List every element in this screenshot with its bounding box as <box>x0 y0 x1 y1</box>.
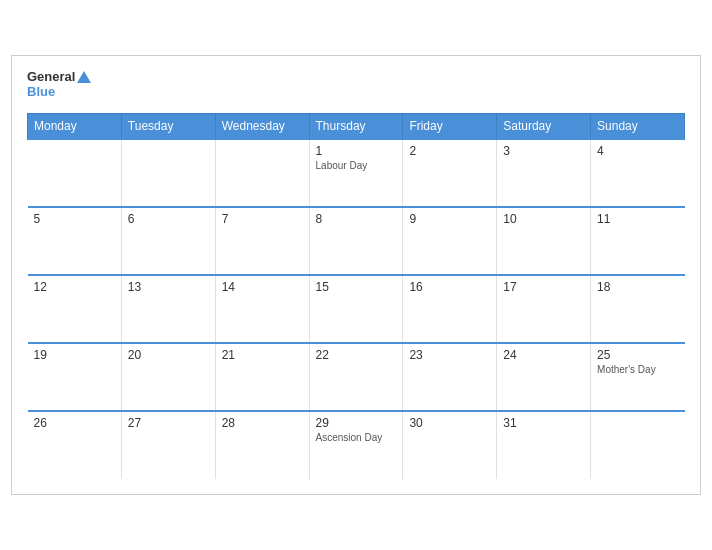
day-cell: 31 <box>497 411 591 479</box>
day-number: 10 <box>503 212 584 226</box>
day-number: 20 <box>128 348 209 362</box>
day-cell: 27 <box>121 411 215 479</box>
day-number: 13 <box>128 280 209 294</box>
day-cell: 18 <box>591 275 685 343</box>
day-cell: 13 <box>121 275 215 343</box>
day-cell: 24 <box>497 343 591 411</box>
week-row-1: 1Labour Day234 <box>28 139 685 207</box>
day-number: 6 <box>128 212 209 226</box>
day-event: Mother's Day <box>597 364 678 375</box>
day-number: 16 <box>409 280 490 294</box>
week-row-3: 12131415161718 <box>28 275 685 343</box>
weekday-thursday: Thursday <box>309 113 403 139</box>
day-number: 18 <box>597 280 678 294</box>
calendar-header: General Blue <box>27 66 685 103</box>
day-cell: 11 <box>591 207 685 275</box>
day-cell: 6 <box>121 207 215 275</box>
week-row-5: 26272829Ascension Day3031 <box>28 411 685 479</box>
day-number: 29 <box>316 416 397 430</box>
weekday-friday: Friday <box>403 113 497 139</box>
day-number: 15 <box>316 280 397 294</box>
day-number: 9 <box>409 212 490 226</box>
day-cell: 22 <box>309 343 403 411</box>
day-number: 4 <box>597 144 678 158</box>
day-cell: 7 <box>215 207 309 275</box>
day-number: 28 <box>222 416 303 430</box>
day-cell: 15 <box>309 275 403 343</box>
day-number: 23 <box>409 348 490 362</box>
day-cell: 9 <box>403 207 497 275</box>
weekday-monday: Monday <box>28 113 122 139</box>
day-cell: 21 <box>215 343 309 411</box>
day-event: Ascension Day <box>316 432 397 443</box>
day-cell <box>121 139 215 207</box>
day-cell: 23 <box>403 343 497 411</box>
day-number: 1 <box>316 144 397 158</box>
logo-triangle-icon <box>77 71 91 83</box>
day-number: 26 <box>34 416 115 430</box>
day-cell <box>591 411 685 479</box>
day-cell: 29Ascension Day <box>309 411 403 479</box>
day-number: 31 <box>503 416 584 430</box>
day-number: 21 <box>222 348 303 362</box>
day-number: 12 <box>34 280 115 294</box>
calendar-table: MondayTuesdayWednesdayThursdayFridaySatu… <box>27 113 685 479</box>
day-cell: 26 <box>28 411 122 479</box>
day-number: 2 <box>409 144 490 158</box>
day-cell: 25Mother's Day <box>591 343 685 411</box>
day-cell: 3 <box>497 139 591 207</box>
weekday-header-row: MondayTuesdayWednesdayThursdayFridaySatu… <box>28 113 685 139</box>
weekday-wednesday: Wednesday <box>215 113 309 139</box>
day-cell: 28 <box>215 411 309 479</box>
day-number: 24 <box>503 348 584 362</box>
day-number: 17 <box>503 280 584 294</box>
day-number: 19 <box>34 348 115 362</box>
weekday-tuesday: Tuesday <box>121 113 215 139</box>
day-number: 22 <box>316 348 397 362</box>
day-cell: 5 <box>28 207 122 275</box>
day-number: 25 <box>597 348 678 362</box>
day-number: 7 <box>222 212 303 226</box>
day-cell: 17 <box>497 275 591 343</box>
week-row-2: 567891011 <box>28 207 685 275</box>
day-cell: 12 <box>28 275 122 343</box>
day-number: 5 <box>34 212 115 226</box>
weekday-saturday: Saturday <box>497 113 591 139</box>
day-cell: 10 <box>497 207 591 275</box>
day-number: 8 <box>316 212 397 226</box>
day-number: 30 <box>409 416 490 430</box>
day-cell: 4 <box>591 139 685 207</box>
day-cell: 2 <box>403 139 497 207</box>
day-cell <box>215 139 309 207</box>
day-cell: 1Labour Day <box>309 139 403 207</box>
logo-general: General <box>27 70 75 84</box>
day-number: 27 <box>128 416 209 430</box>
day-cell: 20 <box>121 343 215 411</box>
day-cell: 19 <box>28 343 122 411</box>
day-number: 3 <box>503 144 584 158</box>
day-cell: 8 <box>309 207 403 275</box>
logo-blue: Blue <box>27 85 91 99</box>
logo: General Blue <box>27 70 91 99</box>
weekday-sunday: Sunday <box>591 113 685 139</box>
week-row-4: 19202122232425Mother's Day <box>28 343 685 411</box>
day-cell: 14 <box>215 275 309 343</box>
day-cell: 16 <box>403 275 497 343</box>
day-event: Labour Day <box>316 160 397 171</box>
day-number: 11 <box>597 212 678 226</box>
day-number: 14 <box>222 280 303 294</box>
day-cell: 30 <box>403 411 497 479</box>
calendar-container: General Blue MondayTuesdayWednesdayThurs… <box>11 55 701 495</box>
day-cell <box>28 139 122 207</box>
